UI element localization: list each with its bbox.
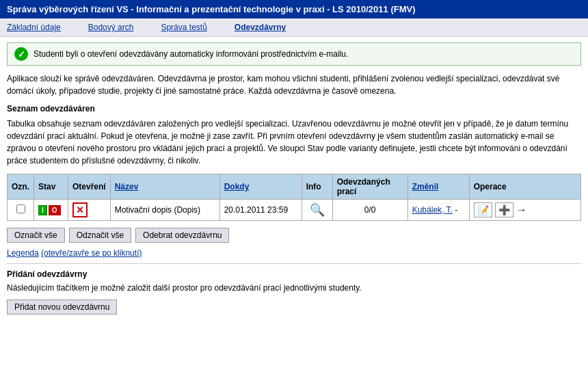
row-checkbox-cell — [8, 200, 34, 221]
intro-text: Aplikace slouží ke správě odevzdáváren. … — [7, 72, 581, 97]
header-title: Správa výběrových řízení VS - Informační… — [7, 4, 415, 14]
col-nazev[interactable]: Název — [110, 174, 219, 200]
nav-zakladni-udaje[interactable]: Základní údaje — [7, 23, 61, 32]
section1-description: Tabulka obsahuje seznam odevzdáváren zal… — [7, 118, 581, 167]
action-buttons-row: Označit vše Odznačit vše Odebrat odevzdá… — [7, 228, 581, 243]
section1-title: Seznam odevzdáváren — [7, 104, 581, 114]
row-otevreni: ✕ — [68, 200, 111, 221]
row-info: 🔍 — [302, 200, 332, 221]
add-icon[interactable]: ➕ — [495, 202, 513, 217]
nav-odevzdavrny[interactable]: Odevzdávrny — [235, 23, 286, 32]
stav-close-btn[interactable]: O — [49, 205, 61, 215]
nav-bar: Základní údaje Bodový arch Správa testů … — [0, 18, 588, 37]
row-dokdy: 20.01.2011 23:59 — [219, 200, 302, 221]
row-checkbox[interactable] — [16, 204, 25, 213]
row-zmenil: Kubálek, T. - — [407, 200, 469, 221]
legenda: Legenda (otevře/zavře se po kliknutí) — [7, 248, 581, 258]
legenda-suffix[interactable]: (otevře/zavře se po kliknutí) — [41, 248, 142, 258]
col-dokdy[interactable]: Dokdy — [219, 174, 302, 200]
notification-text: Studenti byli o otevření odevzdávány aut… — [34, 49, 348, 59]
table-row: I O ✕ Motivační dopis (Dopis) 20.01.2011… — [8, 200, 581, 221]
zmenil-link[interactable]: Kubálek, T. — [412, 205, 453, 215]
stav-open-btn[interactable]: I — [38, 205, 47, 215]
col-info: Info — [302, 174, 332, 200]
col-otevreni: Otevření — [68, 174, 111, 200]
col-zmenil[interactable]: Změnil — [407, 174, 469, 200]
search-icon[interactable]: 🔍 — [310, 202, 325, 217]
edit-icon[interactable]: 📝 — [474, 202, 492, 217]
section2-title: Přidání odevzdávrny — [7, 269, 581, 279]
col-odevzdanych: Odevzdaných prací — [332, 174, 407, 200]
notification-box: ✓ Studenti byli o otevření odevzdávány a… — [7, 42, 581, 66]
odznacit-vse-button[interactable]: Odznačit vše — [69, 228, 131, 243]
checkmark-icon: ✓ — [14, 47, 28, 61]
main-table: Ozn. Stav Otevření Název Dokdy Info — [7, 174, 581, 221]
arrow-icon[interactable]: → — [516, 204, 527, 216]
delete-icon[interactable]: ✕ — [72, 202, 88, 217]
nav-bodovy-arch[interactable]: Bodový arch — [88, 23, 134, 32]
col-operace: Operace — [469, 174, 580, 200]
oznacit-vse-button[interactable]: Označit vše — [7, 228, 65, 243]
divider — [7, 263, 581, 264]
header: Správa výběrových řízení VS - Informační… — [0, 0, 588, 18]
col-ozn: Ozn. — [8, 174, 34, 200]
row-odevzdanych: 0/0 — [332, 200, 407, 221]
legenda-prefix: Legenda — [7, 248, 39, 258]
section2-description: Následujícím tlačítkem je možné založit … — [7, 282, 581, 294]
nav-sprava-testu[interactable]: Správa testů — [161, 23, 206, 32]
row-nazev: Motivační dopis (Dopis) — [110, 200, 219, 221]
row-stav: I O — [34, 200, 68, 221]
col-stav: Stav — [34, 174, 68, 200]
row-operace: 📝 ➕ → — [469, 200, 580, 221]
pridat-novou-button[interactable]: Přidat novou odevzdávrnu — [7, 300, 117, 315]
odebrat-button[interactable]: Odebrat odevzdávrnu — [135, 228, 229, 243]
